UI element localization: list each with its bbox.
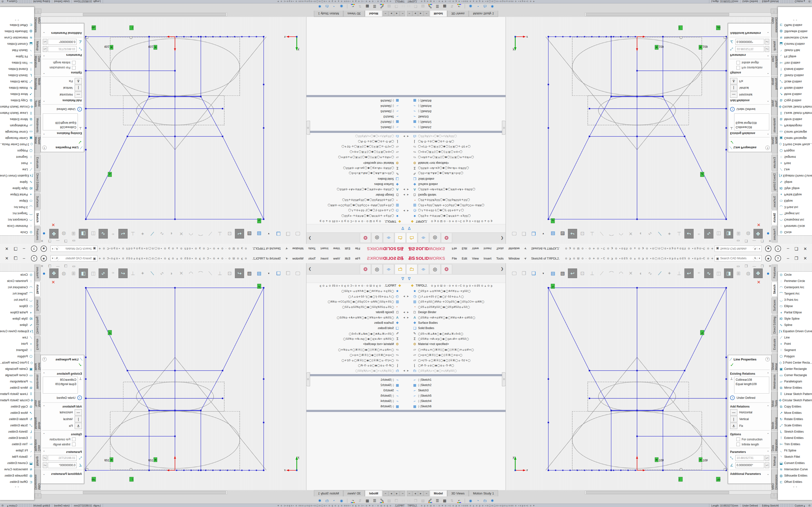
status-toolbar-icon[interactable]: 🖉 bbox=[378, 498, 386, 503]
menu-item-partial-ellipse[interactable]: ◖Partial Ellipse bbox=[778, 191, 812, 198]
tree-item-sketch1[interactable]: ⌐(-) Sketch1 bbox=[306, 125, 406, 130]
menu-item-extend-entities[interactable]: ⊺Extend Entities bbox=[778, 435, 812, 441]
tab-nav-button[interactable]: ⇤ bbox=[400, 491, 405, 496]
expand-icon[interactable]: ⌄ bbox=[767, 32, 769, 35]
more-tabs-button[interactable]: ⋮ bbox=[771, 494, 777, 498]
doc-close-button[interactable]: ✕ bbox=[768, 239, 771, 243]
collapse-icon[interactable]: ⌃ bbox=[43, 71, 45, 74]
tree-item[interactable]: ▱◯✛Ͷ◎⚶✢◯米⦿⟦◯◉◯⟧⦿米◯✢⚶◎Ͷ✛◯ bbox=[306, 155, 406, 160]
search-dropdown-icon[interactable]: ▼ bbox=[757, 247, 761, 250]
menu-item-move-entities[interactable]: ↗Move Entities bbox=[778, 410, 812, 416]
commandmanager-tab-data-migration[interactable]: Data Migration bbox=[771, 54, 778, 75]
toolbar-icon[interactable]: ◨ bbox=[724, 269, 733, 278]
toolbar-icon[interactable]: ∿ bbox=[158, 229, 166, 238]
tree-item[interactable]: ▶◷◯人⚶◎✛Ƨ5◦Ꞙ◯◉◯Ꞙ◦5Ƨ✛◎⚶人◯ bbox=[306, 208, 406, 213]
commandmanager-tab-sheet-metal[interactable]: Sheet Metal bbox=[771, 353, 778, 372]
horizontal-scrollbar[interactable] bbox=[585, 12, 771, 16]
status-toolbar-icon[interactable]: ⇅ bbox=[448, 4, 456, 9]
toolbar-icon[interactable]: ▾ bbox=[264, 229, 273, 238]
tree-filter-bar[interactable]: ∇ bbox=[406, 275, 506, 283]
toolbar-icon[interactable]: ⟋ bbox=[655, 229, 664, 238]
search-box[interactable]: ▣ Search CAD Models ⚲ ▼ bbox=[51, 245, 97, 252]
menu-item-segment[interactable]: ⁙Segment bbox=[0, 347, 34, 353]
status-toolbar-icon[interactable]: ⇅ bbox=[448, 498, 456, 503]
tree-item[interactable]: ▱◯✛Ͷ◎⚶✢◯米⦿⟦◯◉◯⟧⦿米◯✢⚶◎Ͷ✛◯ bbox=[406, 155, 506, 160]
toolbar-icon[interactable]: ▤ bbox=[549, 269, 557, 278]
infinite-length-checkbox[interactable] bbox=[72, 443, 75, 446]
doc-restore-button[interactable]: ❐ bbox=[48, 264, 51, 268]
menu-item-corner-rectangle[interactable]: ▭Corner Rectangle bbox=[0, 129, 34, 135]
length-field[interactable]: 10.88152731 bbox=[735, 455, 764, 461]
menu-item-copy-entities[interactable]: ⧉Copy Entities bbox=[0, 403, 34, 410]
toolbar-icon[interactable]: ▾ bbox=[264, 269, 273, 278]
menu-item-circular-sketch-pattern[interactable]: ✣Circular Sketch Pattern bbox=[0, 104, 34, 110]
menu-item-spline[interactable]: ∿Spline bbox=[0, 322, 34, 328]
length-spinner[interactable]: ▲▼ bbox=[43, 455, 47, 461]
doc-tab-model[interactable]: Model bbox=[365, 11, 382, 17]
cancel-sketch-icon[interactable]: ✕ bbox=[757, 280, 761, 285]
toolbar-icon[interactable]: ⟋ bbox=[597, 229, 606, 238]
tree-item[interactable]: ▱◯٭◎✛◯米⦿⟦◯◉◯⟧⦿米◯✛◎٭◯ bbox=[406, 352, 506, 357]
menu-item-equation-driven-curve[interactable]: ƒxEquation Driven Curve bbox=[0, 173, 34, 179]
infinite-length-checkbox[interactable] bbox=[72, 61, 75, 64]
menu-item-tangent-arc[interactable]: ⌒Tangent Arc bbox=[778, 210, 812, 217]
collapse-icon[interactable]: ⌃ bbox=[767, 405, 769, 408]
expand-icon[interactable]: ⌄ bbox=[43, 472, 45, 475]
doc-minimize-button[interactable]: — bbox=[753, 264, 756, 268]
pin-icon[interactable]: ➤ bbox=[284, 256, 289, 261]
menu-item-perimeter-circle[interactable]: ◌Perimeter Circle bbox=[778, 223, 812, 229]
tree-tab-0[interactable]: 🗀 bbox=[406, 264, 417, 274]
status-toolbar-icon[interactable]: ◉ bbox=[467, 4, 474, 9]
tree-item-sketch3[interactable]: ⌐Sketch3 bbox=[406, 388, 506, 393]
relations-list[interactable]: Collinear108 Equal length109 bbox=[43, 113, 78, 130]
tree-filter-bar[interactable]: ∇ bbox=[406, 224, 506, 232]
doc-restore-button[interactable]: ❐ bbox=[48, 239, 51, 243]
menu-view[interactable]: View bbox=[331, 246, 343, 251]
toolbar-icon[interactable]: ◫ bbox=[89, 229, 98, 238]
menu-item-stretch-entities[interactable]: 𝖫Stretch Entities bbox=[0, 429, 34, 435]
tree-item[interactable]: ▱◯✛Ꞙ⅁◦⚶◯米⦿⟦◯◉◯⟧⦿米◯⚶◦⅁Ꞙ✛◯ bbox=[306, 145, 406, 150]
toolbar-icon[interactable]: ⟋ bbox=[148, 229, 157, 238]
toolbar-icon[interactable]: 🖵 bbox=[510, 269, 519, 278]
menu-item-sketch-fillet[interactable]: ◝Sketch Fillet bbox=[0, 47, 34, 53]
status-toolbar-icon[interactable]: ☰ bbox=[434, 4, 441, 9]
menu-item-corner-rectangle[interactable]: ▭Corner Rectangle bbox=[778, 129, 812, 135]
tree-item-part[interactable]: ❖TЯPDL2. ⊙ ℈ ⊙ Ш ⊙ ◦ ⊙ ✛ ⊙ ⌐C ⊙ ℈ ⊙ ٭ ⊙ … bbox=[406, 283, 506, 288]
doc-tile-icon[interactable]: ▭ bbox=[737, 239, 740, 243]
ok-check-icon[interactable]: ✓ bbox=[728, 138, 771, 145]
toolbar-icon[interactable]: ⊥ bbox=[129, 269, 137, 278]
toolbar-icon[interactable]: ✥ bbox=[754, 269, 763, 278]
tree-item-sketch4[interactable]: ⌐(-) Sketch4 bbox=[406, 398, 506, 404]
status-toolbar-icon[interactable]: ▦ bbox=[441, 4, 448, 9]
doc-minimize-button[interactable]: — bbox=[56, 264, 59, 268]
relation-button-horizontal[interactable]: — bbox=[730, 92, 737, 98]
status-toolbar-icon[interactable]: ▤ bbox=[386, 498, 393, 503]
menu-item-polygon[interactable]: ⬠Polygon bbox=[778, 353, 812, 359]
tree-tab-3[interactable]: ❂ bbox=[360, 233, 371, 243]
toolbar-icon[interactable]: ◠ bbox=[187, 229, 195, 238]
angle-spinner[interactable]: ▲▼ bbox=[43, 462, 47, 468]
toolbar-icon[interactable]: ⟋ bbox=[655, 269, 664, 278]
help-icon[interactable]: ? bbox=[765, 146, 770, 150]
search-input[interactable]: Search CAD Models bbox=[59, 257, 92, 260]
user-account-icon[interactable]: ☻ bbox=[765, 245, 771, 252]
tab-nav-button[interactable]: ▶ bbox=[389, 11, 394, 16]
cancel-sketch-icon[interactable]: ✕ bbox=[757, 222, 761, 227]
length-field[interactable]: 10.88152731 bbox=[735, 46, 764, 52]
menu-item-centerpoint-arc[interactable]: ◠Centerpoint Arc bbox=[778, 217, 812, 223]
commandmanager-tab-markup[interactable]: Markup bbox=[34, 39, 41, 53]
menu-item-equation-driven-curve[interactable]: ƒxEquation Driven Curve bbox=[778, 173, 812, 179]
tree-item[interactable]: ◔◯Ƨ5⚶◎Ƨ5Ͷ℈5Ƨ◯◉◯Ƨ5℈Ͷ5Ƨ◎⚶5Ƨ◯ bbox=[306, 198, 406, 203]
toolbar-icon[interactable]: ↩ bbox=[568, 229, 577, 238]
search-box[interactable]: ▣ Search CAD Models ⚲ ▼ bbox=[715, 255, 761, 262]
menu-insert[interactable]: Insert bbox=[318, 246, 331, 251]
tree-item[interactable]: ❑Solid Bodies bbox=[306, 176, 406, 181]
toolbar-icon[interactable]: ⊥ bbox=[675, 269, 683, 278]
tab-nav-button[interactable]: ◀ bbox=[394, 491, 400, 496]
tree-tab-2[interactable]: ◎ bbox=[371, 233, 383, 243]
menu-view[interactable]: View bbox=[469, 246, 481, 251]
commandmanager-tab-markup[interactable]: Markup bbox=[771, 39, 778, 53]
angle-spinner[interactable]: ▲▼ bbox=[765, 462, 769, 468]
status-toolbar-icon[interactable]: ⇅ bbox=[356, 4, 364, 9]
status-toolbar-icon[interactable]: ❒ bbox=[393, 4, 400, 9]
